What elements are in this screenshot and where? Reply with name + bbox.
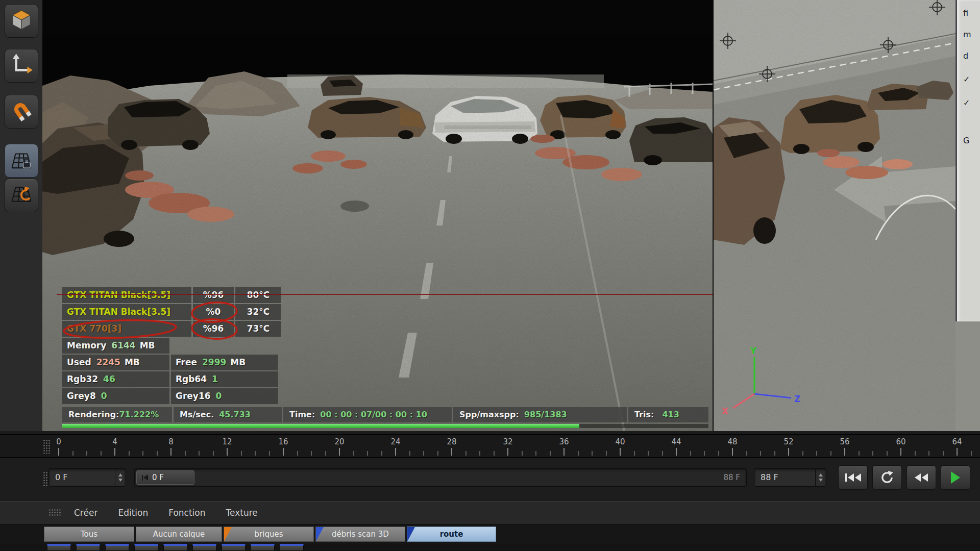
step-back-button[interactable] (906, 465, 936, 490)
panel-text-fragment: m (963, 30, 971, 39)
used-unit: MB (125, 357, 140, 367)
rendering-label: Rendering: (68, 410, 119, 419)
memory-label: Memory (67, 340, 106, 350)
snap-magnet-tool-button[interactable] (5, 95, 38, 129)
memory-unit: MB (140, 340, 155, 350)
render-progress-track (62, 424, 708, 428)
ruler-tick-label: 60 (896, 437, 905, 446)
play-button[interactable] (941, 465, 970, 490)
grey16-label: Grey16 (176, 391, 211, 401)
workplane-axis-tool-button[interactable] (5, 49, 38, 83)
ruler-tick-label: 56 (840, 437, 849, 446)
thumbnail[interactable] (47, 544, 71, 551)
current-frame-input[interactable]: 0 F (48, 468, 126, 487)
gpu-row: GTX TITAN Black[3.5] %0 32°C (62, 304, 281, 320)
spp-stat: Spp/maxspp:985/1383 (453, 407, 627, 422)
slider-end-label: 88 F (724, 469, 740, 486)
spinner-down-icon[interactable] (118, 479, 122, 482)
gpu-load: %96 (193, 321, 234, 337)
gpu-stats-overlay: GTX TITAN Black[3.5] %96 80°C GTX TITAN … (62, 287, 281, 405)
ruler-tick-label: 8 (168, 437, 174, 446)
tab-route[interactable]: route (407, 527, 496, 542)
spinner-down-icon[interactable] (819, 479, 823, 482)
grey8-label: Grey8 (67, 391, 96, 401)
thumbnail-strip (0, 544, 980, 551)
tab-tous[interactable]: Tous (44, 527, 134, 542)
thumbnail[interactable] (222, 544, 246, 551)
grid-lock-icon (10, 148, 33, 173)
rotate-workplane-tool-button[interactable] (5, 179, 38, 212)
thumbnail[interactable] (280, 544, 304, 551)
spinner-arrows[interactable] (815, 469, 826, 486)
step-back-icon (915, 473, 921, 482)
lock-workplane-tool-button[interactable] (5, 144, 38, 178)
panel-text-fragment: ✓ (963, 98, 970, 108)
tab-label: débris scan 3D (332, 530, 389, 539)
menu-edition[interactable]: Edition (108, 508, 158, 518)
editor-viewport[interactable]: Y Z X (714, 0, 955, 431)
gpu-load: %96 (193, 287, 234, 303)
render-viewport[interactable]: GTX TITAN Black[3.5] %96 80°C GTX TITAN … (42, 0, 713, 431)
ruler-tick-label: 16 (278, 437, 288, 446)
play-icon (951, 471, 960, 484)
spp-label: Spp/maxspp: (459, 410, 519, 419)
ruler-drag-grip[interactable] (43, 439, 51, 454)
mssec-stat: Ms/sec.45.733 (174, 407, 282, 422)
thumbnail[interactable] (134, 544, 158, 551)
tab-aucun-calque[interactable]: Aucun calque (136, 527, 222, 542)
free-value: 2999 (202, 357, 226, 367)
animation-controls-bar: 0 F 0 F 88 F 88 F (0, 458, 980, 500)
time-stat: Time:00 : 00 : 07/00 : 00 : 10 (283, 407, 452, 422)
menu-drag-grip[interactable] (48, 509, 61, 517)
left-toolbar (0, 0, 43, 431)
ruler-tick-label: 48 (727, 437, 737, 446)
tab-label: briques (255, 530, 283, 539)
grid-rotate-icon (10, 183, 33, 208)
timeline-menu-bar: Créer Edition Fonction Texture (0, 501, 980, 524)
transport-buttons (838, 465, 970, 490)
ruler-tick-label: 64 (952, 437, 962, 446)
render-stats-bar: Rendering:71.222% Ms/sec.45.733 Time:00 … (62, 407, 708, 422)
spinner-arrows[interactable] (115, 469, 126, 486)
ruler-tick-label: 12 (222, 437, 232, 446)
layer-color-wedge (407, 527, 415, 541)
grey-row: Grey80 Grey160 (62, 388, 281, 404)
render-progress-fill (62, 424, 579, 428)
thumbnail[interactable] (192, 544, 216, 551)
tris-value: 413 (662, 410, 679, 419)
editor-scene: Y Z X (714, 0, 955, 431)
tab-debris-scan-3d[interactable]: débris scan 3D (315, 527, 405, 542)
mssec-value: 45.733 (219, 410, 251, 419)
rendering-stat: Rendering:71.222% (62, 407, 172, 422)
tab-briques[interactable]: briques (224, 527, 314, 542)
goto-start-button[interactable] (838, 465, 868, 490)
timeline-slider[interactable]: 0 F 88 F (134, 468, 747, 487)
gpu-temp: 73°C (235, 321, 281, 337)
menu-texture[interactable]: Texture (216, 508, 268, 518)
thumbnail[interactable] (163, 544, 187, 551)
cycle-button[interactable] (872, 465, 902, 490)
spinner-up-icon[interactable] (118, 473, 122, 477)
end-frame-value: 88 F (761, 472, 778, 482)
thumbnail[interactable] (251, 544, 275, 551)
tris-stat: Tris:413 (628, 407, 708, 422)
timeline-slider-handle[interactable]: 0 F (136, 470, 194, 485)
thumbnail[interactable] (105, 544, 129, 551)
end-frame-input[interactable]: 88 F (754, 468, 826, 487)
rgb64-value: 1 (212, 374, 218, 384)
spinner-up-icon[interactable] (819, 473, 823, 477)
model-cube-tool-button[interactable] (5, 4, 38, 38)
ruler-tick-label: 52 (783, 437, 793, 446)
menu-creer[interactable]: Créer (64, 508, 108, 518)
timeline-ruler[interactable]: 0 4 8 12 16 20 24 28 32 36 40 44 48 52 5… (0, 434, 980, 458)
thumbnail[interactable] (76, 544, 100, 551)
rendering-value: 71.222% (119, 410, 159, 419)
ruler-tick-label: 4 (112, 437, 117, 446)
grey16-value: 0 (216, 391, 222, 401)
layer-tabs: Tous Aucun calque briques débris scan 3D… (0, 524, 980, 544)
gpu-row: GTX 770[3] %96 73°C (62, 321, 281, 337)
rgb32-value: 46 (103, 374, 115, 384)
tab-label: route (440, 530, 463, 539)
layer-color-wedge (316, 527, 324, 541)
menu-fonction[interactable]: Fonction (158, 508, 215, 518)
